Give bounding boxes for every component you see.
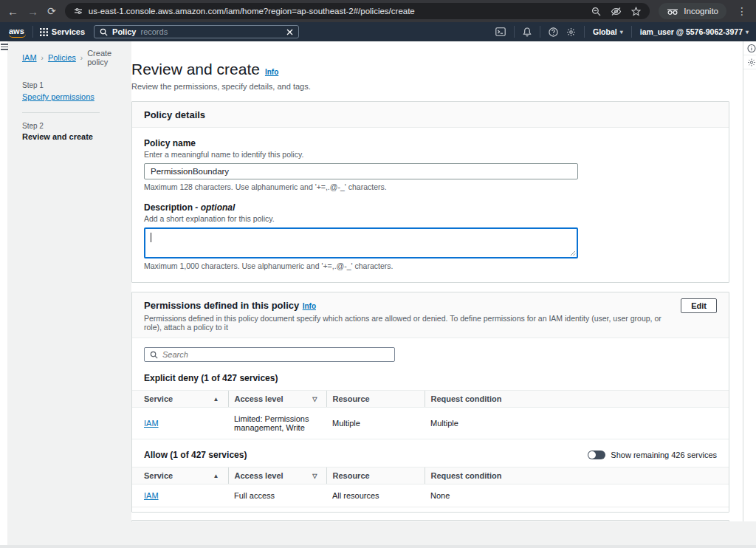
divider — [631, 26, 632, 38]
policy-name-constraint: Maximum 128 characters. Use alphanumeric… — [144, 182, 717, 191]
info-panel-icon[interactable] — [743, 41, 756, 55]
permissions-search[interactable] — [144, 347, 395, 362]
table-row: IAM Full access All resources None — [132, 484, 729, 507]
browser-toolbar: ← → ⟳ us-east-1.console.aws.amazon.com/i… — [0, 0, 756, 22]
description-label: Description — [144, 202, 193, 213]
access-level-cell: Full access — [228, 484, 326, 507]
explicit-deny-heading: Explicit deny (1 of 427 services) — [132, 362, 729, 390]
divider — [540, 26, 540, 38]
request-condition-cell: Multiple — [425, 408, 729, 439]
back-icon[interactable]: ← — [7, 6, 18, 17]
address-bar[interactable]: us-east-1.console.aws.amazon.com/iam/hom… — [65, 3, 650, 19]
region-label: Global — [593, 27, 617, 36]
region-selector[interactable]: Global ▾ — [593, 27, 623, 36]
help-panel-rail — [743, 41, 756, 521]
notifications-bell-icon[interactable] — [523, 27, 532, 37]
col-access-level: Access level — [235, 394, 284, 403]
permissions-description: Permissions defined in this policy docum… — [144, 314, 681, 332]
divider — [32, 26, 33, 38]
search-query: Policy — [112, 27, 136, 36]
aws-top-nav: aws Services Policy records — [0, 22, 756, 41]
policy-name-input[interactable] — [144, 163, 578, 179]
permissions-search-input[interactable] — [162, 350, 389, 359]
toggle-off-icon[interactable] — [588, 451, 605, 459]
resource-cell: All resources — [326, 484, 425, 507]
page-background — [7, 521, 756, 548]
filter-icon: ▽ — [312, 396, 320, 403]
incognito-icon — [667, 7, 678, 16]
zoom-out-icon[interactable] — [591, 7, 601, 16]
col-request-condition: Request condition — [431, 394, 502, 403]
col-resource: Resource — [333, 471, 370, 480]
description-optional-label: - optional — [195, 202, 235, 213]
reload-icon[interactable]: ⟳ — [47, 5, 56, 17]
hamburger-menu-icon[interactable] — [1, 44, 8, 50]
access-level-cell: Limited: Permissions management, Write — [228, 408, 326, 439]
col-service: Service — [144, 471, 173, 480]
filter-icon: ▽ — [312, 473, 320, 479]
services-label: Services — [52, 27, 85, 36]
page-subtitle: Review the permissions, specify details,… — [131, 82, 729, 91]
bookmark-star-icon[interactable] — [631, 7, 641, 16]
wizard-steps: Step 1 Specify permissions Step 2 Review… — [7, 66, 131, 141]
step2-label: Step 2 — [22, 122, 117, 130]
col-service: Service — [144, 394, 173, 403]
eye-hidden-icon[interactable] — [611, 7, 622, 16]
permissions-card: Permissions defined in this policy Info … — [131, 292, 729, 513]
window-edge — [0, 545, 756, 548]
sort-asc-icon: ▲ — [213, 396, 222, 403]
policy-name-label: Policy name — [144, 138, 717, 148]
policy-name-description: Enter a meaningful name to identify this… — [144, 150, 717, 159]
page-title: Review and create — [131, 61, 260, 78]
url-text: us-east-1.console.aws.amazon.com/iam/hom… — [89, 7, 415, 16]
chevron-right-icon: › — [80, 54, 83, 62]
explicit-deny-table: Service▲ Access level▽ Resource Request … — [132, 390, 729, 439]
chevron-right-icon: › — [41, 54, 44, 62]
toggle-label: Show remaining 426 services — [611, 451, 717, 459]
breadcrumb-current: Create policy — [87, 49, 131, 66]
forward-icon[interactable]: → — [27, 6, 38, 17]
console-search-input[interactable]: Policy records — [94, 25, 299, 38]
service-link[interactable]: IAM — [144, 419, 159, 428]
breadcrumb-iam[interactable]: IAM — [22, 53, 37, 62]
main-content: Review and create Info Review the permis… — [131, 41, 729, 548]
clear-search-icon[interactable] — [286, 29, 293, 35]
table-row: IAM Limited: Permissions management, Wri… — [132, 408, 729, 439]
policy-details-card: Policy details Policy name Enter a meani… — [131, 101, 729, 283]
settings-gear-icon[interactable] — [566, 27, 576, 37]
show-remaining-toggle-group[interactable]: Show remaining 426 services — [588, 451, 717, 459]
policy-details-title: Policy details — [144, 109, 205, 120]
col-access-level: Access level — [235, 471, 284, 480]
description-textarea[interactable] — [144, 227, 578, 258]
aws-logo[interactable]: aws — [7, 27, 26, 38]
permissions-info-link[interactable]: Info — [303, 302, 316, 310]
wizard-sidebar: IAM › Policies › Create policy Step 1 Sp… — [7, 41, 131, 548]
chevron-down-icon: ▾ — [620, 29, 623, 35]
edit-permissions-button[interactable]: Edit — [681, 298, 717, 313]
permissions-title: Permissions defined in this policy — [144, 300, 299, 311]
browser-menu-icon[interactable]: ⋮ — [735, 5, 749, 17]
cloudshell-icon[interactable] — [495, 27, 506, 36]
service-link[interactable]: IAM — [144, 491, 159, 500]
account-menu[interactable]: iam_user @ 5576-9062-3977 ▾ — [640, 27, 749, 36]
account-label: iam_user @ 5576-9062-3977 — [640, 27, 743, 36]
search-suggestion: records — [140, 27, 168, 36]
allow-heading: Allow (1 of 427 services) — [144, 450, 247, 460]
sort-asc-icon: ▲ — [213, 473, 222, 479]
help-icon[interactable] — [549, 27, 558, 37]
breadcrumb: IAM › Policies › Create policy — [7, 41, 131, 66]
settings-panel-icon[interactable] — [743, 55, 756, 69]
services-menu[interactable]: Services — [40, 27, 85, 36]
page-info-link[interactable]: Info — [265, 68, 278, 76]
divider — [514, 26, 515, 38]
grid-icon — [40, 28, 48, 36]
step1-label: Step 1 — [22, 81, 117, 89]
site-settings-icon[interactable] — [74, 7, 83, 16]
step1-link[interactable]: Specify permissions — [22, 92, 94, 101]
description-constraint: Maximum 1,000 characters. Use alphanumer… — [144, 261, 717, 270]
incognito-badge: Incognito — [659, 3, 726, 19]
search-icon — [100, 28, 108, 36]
resize-grip-icon[interactable] — [570, 250, 576, 256]
breadcrumb-policies[interactable]: Policies — [48, 53, 76, 62]
screen: ← → ⟳ us-east-1.console.aws.amazon.com/i… — [0, 0, 756, 548]
